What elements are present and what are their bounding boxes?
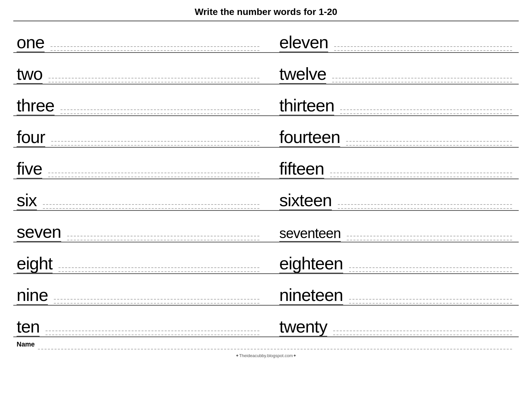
row-eleven: eleven (266, 21, 519, 53)
left-column: one two three four (13, 21, 266, 337)
name-label: Name (17, 341, 35, 349)
row-two: two (13, 53, 266, 84)
write-area-one (51, 46, 259, 51)
dotted-line (346, 145, 512, 146)
word-one: one (17, 34, 45, 52)
row-five: five (13, 148, 266, 179)
dotted-line (340, 109, 512, 110)
write-area-nineteen (349, 299, 512, 304)
row-four: four (13, 116, 266, 148)
dotted-line (349, 271, 512, 272)
dotted-line (46, 335, 259, 335)
word-twelve: twelve (279, 65, 326, 84)
write-area-seven (67, 236, 259, 240)
dotted-line (48, 173, 259, 173)
dotted-line (349, 303, 512, 304)
row-one: one (13, 21, 266, 53)
dotted-line (333, 335, 512, 335)
write-area-twenty (333, 331, 512, 335)
word-fourteen: fourteen (279, 128, 340, 147)
row-sixteen: sixteen (266, 179, 519, 211)
write-area-twelve (332, 78, 512, 82)
footer-text: ✦Theideacubby.blogspot.com✦ (235, 353, 297, 358)
dotted-line (332, 78, 512, 78)
dotted-line (330, 177, 512, 177)
dotted-line (51, 141, 259, 142)
dotted-line (46, 331, 259, 331)
write-area-eight (59, 267, 259, 272)
dotted-line (49, 78, 259, 78)
word-eight: eight (17, 255, 53, 273)
write-area-two (49, 78, 259, 82)
dotted-line (333, 331, 512, 331)
dotted-line (51, 46, 259, 47)
word-nine: nine (17, 286, 48, 305)
name-section: Name (13, 337, 519, 351)
row-twenty: twenty (266, 306, 519, 337)
row-seventeen: seventeen (266, 211, 519, 242)
row-six: six (13, 179, 266, 211)
word-four: four (17, 128, 45, 147)
dotted-line (51, 145, 259, 146)
row-three: three (13, 84, 266, 116)
dotted-line (349, 299, 512, 300)
row-eight: eight (13, 242, 266, 274)
dotted-line (338, 204, 512, 205)
page-title: Write the number words for 1-20 (13, 7, 519, 17)
dotted-line (338, 208, 512, 209)
dotted-line (347, 236, 512, 236)
row-seven: seven (13, 211, 266, 242)
dotted-line (54, 299, 259, 300)
row-nineteen: nineteen (266, 274, 519, 306)
name-line (38, 349, 512, 349)
write-area-fifteen (330, 173, 512, 177)
write-area-eighteen (349, 267, 512, 272)
word-eighteen: eighteen (279, 255, 343, 273)
word-nineteen: nineteen (279, 286, 343, 305)
write-area-three (61, 109, 259, 114)
row-thirteen: thirteen (266, 84, 519, 116)
dotted-line (49, 82, 259, 82)
word-five: five (17, 160, 42, 179)
word-seventeen: seventeen (279, 226, 341, 242)
word-two: two (17, 65, 43, 84)
word-seven: seven (17, 223, 61, 242)
dotted-line (43, 204, 259, 205)
word-six: six (17, 192, 37, 210)
write-area-thirteen (340, 109, 512, 114)
dotted-line (43, 208, 259, 209)
row-eighteen: eighteen (266, 242, 519, 274)
word-thirteen: thirteen (279, 97, 334, 115)
word-ten: ten (17, 318, 40, 337)
dotted-line (59, 267, 259, 268)
row-fifteen: fifteen (266, 148, 519, 179)
dotted-line (346, 141, 512, 142)
write-area-eleven (334, 46, 512, 51)
dotted-line (59, 271, 259, 272)
right-column: eleven twelve thirteen fourteen (266, 21, 519, 337)
row-nine: nine (13, 274, 266, 306)
row-ten: ten (13, 306, 266, 337)
word-twenty: twenty (279, 318, 327, 337)
row-fourteen: fourteen (266, 116, 519, 148)
dotted-line (347, 240, 512, 240)
word-eleven: eleven (279, 34, 328, 52)
write-area-fourteen (346, 141, 512, 146)
dotted-line (334, 50, 512, 51)
write-area-four (51, 141, 259, 146)
dotted-line (54, 303, 259, 304)
worksheet: one two three four (13, 21, 519, 337)
write-area-seventeen (347, 236, 512, 240)
dotted-line (349, 267, 512, 268)
word-sixteen: sixteen (279, 192, 332, 210)
dotted-line (48, 177, 259, 177)
dotted-line (330, 173, 512, 173)
write-area-five (48, 173, 259, 177)
dotted-line (67, 240, 259, 240)
row-twelve: twelve (266, 53, 519, 84)
dotted-line (332, 82, 512, 82)
dotted-line (334, 46, 512, 47)
word-fifteen: fifteen (279, 160, 324, 179)
dotted-line (61, 109, 259, 110)
dotted-line (67, 236, 259, 236)
